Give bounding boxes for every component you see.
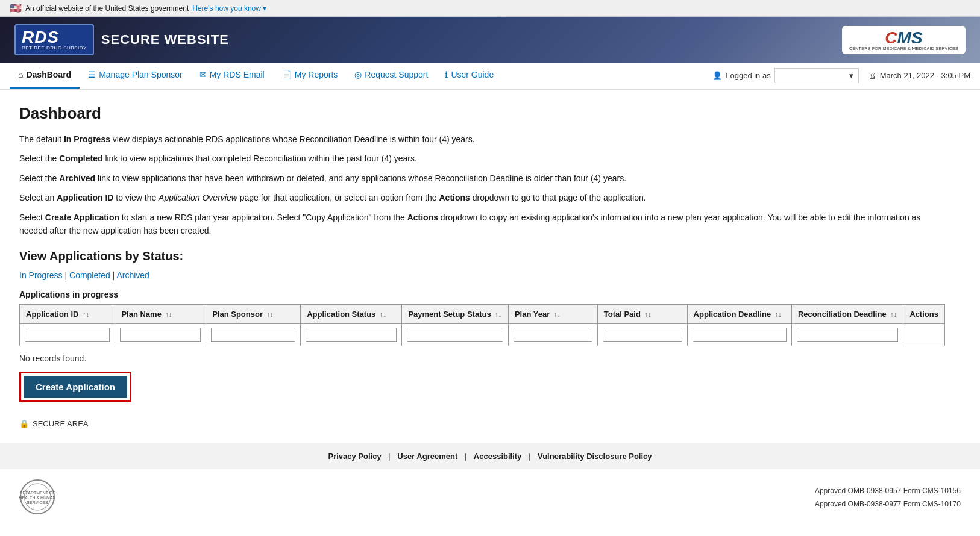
view-applications-title: View Applications by Status: xyxy=(19,249,945,263)
gov-banner: 🇺🇸 An official website of the United Sta… xyxy=(0,0,980,17)
site-header: RDS RETIREE DRUG SUBSIDY SECURE WEBSITE … xyxy=(0,17,980,63)
site-title: SECURE WEBSITE xyxy=(101,32,229,48)
logo-area: RDS RETIREE DRUG SUBSIDY SECURE WEBSITE xyxy=(14,24,229,55)
nav-item-request-support[interactable]: ◎ Request Support xyxy=(346,63,436,89)
lock-icon: 🔒 xyxy=(19,419,29,428)
page-title: Dashboard xyxy=(19,104,945,123)
desc-in-progress: The default In Progress view displays ac… xyxy=(19,132,945,146)
logged-in-label: Logged in as xyxy=(726,71,770,80)
col-plan-sponsor[interactable]: Plan Sponsor ↑↓ xyxy=(206,305,301,324)
col-app-id[interactable]: Application ID ↑↓ xyxy=(20,305,115,324)
sort-arrows-plan-name: ↑↓ xyxy=(165,311,172,318)
desc-archived: Select the Archived link to view applica… xyxy=(19,172,945,185)
svg-text:HEALTH & HUMAN: HEALTH & HUMAN xyxy=(19,496,55,500)
secure-area: 🔒 SECURE AREA xyxy=(19,419,945,428)
sort-arrows-app-deadline: ↑↓ xyxy=(775,311,782,318)
description-section: The default In Progress view displays ac… xyxy=(19,132,945,237)
table-header-row: Application ID ↑↓ Plan Name ↑↓ Plan Spon… xyxy=(20,305,945,324)
no-records-message: No records found. xyxy=(19,354,945,363)
manage-icon: ☰ xyxy=(88,70,96,79)
svg-text:DEPARTMENT OF: DEPARTMENT OF xyxy=(19,491,55,495)
filter-cell-actions xyxy=(903,324,945,346)
filter-input-app-deadline[interactable] xyxy=(693,328,787,342)
footer-sep-1: | xyxy=(388,452,392,461)
omb-line-1: Approved OMB-0938-0957 Form CMS-10156 xyxy=(815,485,961,498)
nav-item-my-reports[interactable]: 📄 My Reports xyxy=(273,63,347,89)
table-filter-row xyxy=(20,324,945,346)
date-display: March 21, 2022 - 3:05 PM xyxy=(880,71,970,80)
sort-arrows-plan-sponsor: ↑↓ xyxy=(267,311,274,318)
nav-item-user-guide[interactable]: ℹ User Guide xyxy=(436,63,502,89)
footer-accessibility[interactable]: Accessibility xyxy=(474,452,522,461)
nav-item-my-rds-email[interactable]: ✉ My RDS Email xyxy=(191,63,273,89)
filter-input-total-paid[interactable] xyxy=(603,328,682,342)
desc-completed: Select the Completed link to view applic… xyxy=(19,152,945,165)
filter-input-app-status[interactable] xyxy=(306,328,397,342)
filter-input-plan-sponsor[interactable] xyxy=(211,328,295,342)
svg-text:SERVICES: SERVICES xyxy=(27,500,48,505)
col-plan-name[interactable]: Plan Name ↑↓ xyxy=(115,305,206,324)
col-app-deadline[interactable]: Application Deadline ↑↓ xyxy=(687,305,791,324)
footer-vulnerability-disclosure[interactable]: Vulnerability Disclosure Policy xyxy=(538,452,652,461)
create-application-button[interactable]: Create Application xyxy=(24,376,127,398)
hhs-seal-icon: DEPARTMENT OF HEALTH & HUMAN SERVICES xyxy=(19,479,55,515)
user-dropdown[interactable]: ▾ xyxy=(774,68,859,83)
filter-cell-app-deadline xyxy=(687,324,791,346)
footer-links: Privacy Policy | User Agreement | Access… xyxy=(0,443,980,469)
desc-app-id: Select an Application ID to view the App… xyxy=(19,191,945,204)
email-icon: ✉ xyxy=(199,70,207,79)
table-label: Applications in progress xyxy=(19,290,945,299)
status-link-archived[interactable]: Archived xyxy=(116,270,149,280)
filter-input-recon-deadline[interactable] xyxy=(797,328,898,342)
dropdown-chevron-icon: ▾ xyxy=(849,71,853,80)
sort-arrows-recon-deadline: ↑↓ xyxy=(890,311,897,318)
rds-logo-text: RDS xyxy=(22,28,59,46)
sort-arrows-app-id: ↑↓ xyxy=(83,311,89,318)
col-actions: Actions xyxy=(903,305,945,324)
us-flag-icon: 🇺🇸 xyxy=(10,2,22,14)
status-link-completed[interactable]: Completed xyxy=(69,270,110,280)
filter-cell-recon-deadline xyxy=(791,324,903,346)
footer-privacy-policy[interactable]: Privacy Policy xyxy=(328,452,381,461)
secure-area-label: SECURE AREA xyxy=(33,419,88,428)
omb-line-2: Approved OMB-0938-0977 Form CMS-10170 xyxy=(815,498,961,511)
col-app-status[interactable]: Application Status ↑↓ xyxy=(301,305,402,324)
nav-right: 👤 Logged in as ▾ 🖨 March 21, 2022 - 3:05… xyxy=(712,68,970,83)
sort-arrows-payment-setup: ↑↓ xyxy=(495,311,501,318)
cms-logo: CMS CENTERS FOR MEDICARE & MEDICAID SERV… xyxy=(842,26,966,54)
print-icon[interactable]: 🖨 xyxy=(868,71,876,80)
col-payment-setup[interactable]: Payment Setup Status ↑↓ xyxy=(402,305,509,324)
status-link-in-progress[interactable]: In Progress xyxy=(19,270,63,280)
filter-input-app-id[interactable] xyxy=(25,328,110,342)
footer-user-agreement[interactable]: User Agreement xyxy=(397,452,457,461)
filter-input-plan-name[interactable] xyxy=(120,328,201,342)
filter-input-plan-year[interactable] xyxy=(514,328,592,342)
col-total-paid[interactable]: Total Paid ↑↓ xyxy=(597,305,687,324)
filter-cell-app-id xyxy=(20,324,115,346)
how-you-know-link[interactable]: Here's how you know ▾ xyxy=(192,4,266,13)
cms-logo-text: CMS xyxy=(885,30,922,46)
filter-cell-plan-name xyxy=(115,324,206,346)
desc-create-app: Select Create Application to start a new… xyxy=(19,211,945,238)
footer-bottom: DEPARTMENT OF HEALTH & HUMAN SERVICES Ap… xyxy=(0,469,980,526)
cms-logo-subtitle: CENTERS FOR MEDICARE & MEDICAID SERVICES xyxy=(849,46,958,51)
footer-seal: DEPARTMENT OF HEALTH & HUMAN SERVICES xyxy=(19,479,55,517)
user-icon: 👤 xyxy=(712,71,722,80)
support-icon: ◎ xyxy=(354,70,362,79)
nav-item-dashboard[interactable]: ⌂ DashBoard xyxy=(10,63,80,89)
col-recon-deadline[interactable]: Reconciliation Deadline ↑↓ xyxy=(791,305,903,324)
nav-item-manage-plan-sponsor[interactable]: ☰ Manage Plan Sponsor xyxy=(80,63,191,89)
filter-cell-total-paid xyxy=(597,324,687,346)
nav-date: 🖨 March 21, 2022 - 3:05 PM xyxy=(868,71,970,80)
status-links: In Progress | Completed | Archived xyxy=(19,270,945,280)
filter-cell-app-status xyxy=(301,324,402,346)
sort-arrows-plan-year: ↑↓ xyxy=(554,311,561,318)
home-icon: ⌂ xyxy=(18,70,23,79)
separator-1: | xyxy=(64,270,69,280)
reports-icon: 📄 xyxy=(281,70,292,79)
filter-input-payment-setup[interactable] xyxy=(407,328,503,342)
chevron-down-icon: ▾ xyxy=(263,4,266,13)
col-plan-year[interactable]: Plan Year ↑↓ xyxy=(508,305,597,324)
filter-cell-plan-sponsor xyxy=(206,324,301,346)
sort-arrows-app-status: ↑↓ xyxy=(380,311,386,318)
